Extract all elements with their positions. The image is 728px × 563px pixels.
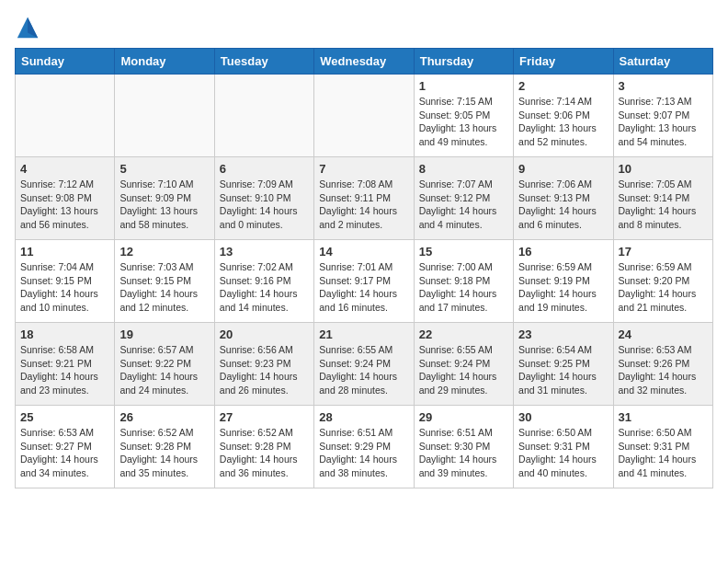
calendar-day-empty — [314, 75, 414, 157]
calendar-day-4: 4Sunrise: 7:12 AM Sunset: 9:08 PM Daylig… — [16, 157, 115, 240]
day-number: 24 — [619, 327, 708, 341]
calendar-day-11: 11Sunrise: 7:04 AM Sunset: 9:15 PM Dayli… — [16, 240, 115, 323]
calendar-day-10: 10Sunrise: 7:05 AM Sunset: 9:14 PM Dayli… — [613, 157, 712, 240]
calendar-day-20: 20Sunrise: 6:56 AM Sunset: 9:23 PM Dayli… — [214, 323, 313, 406]
calendar-day-23: 23Sunrise: 6:54 AM Sunset: 9:25 PM Dayli… — [514, 323, 613, 406]
day-number: 20 — [220, 327, 309, 341]
day-number: 1 — [419, 79, 508, 93]
day-number: 28 — [319, 410, 408, 424]
day-number: 31 — [619, 410, 708, 424]
day-info: Sunrise: 6:57 AM Sunset: 9:22 PM Dayligh… — [119, 343, 209, 397]
day-info: Sunrise: 6:59 AM Sunset: 9:19 PM Dayligh… — [518, 260, 608, 315]
calendar-day-1: 1Sunrise: 7:15 AM Sunset: 9:05 PM Daylig… — [414, 75, 513, 157]
day-header-monday: Monday — [115, 49, 214, 75]
day-number: 18 — [20, 327, 109, 341]
day-number: 11 — [20, 245, 109, 259]
day-number: 27 — [220, 410, 309, 424]
day-number: 12 — [119, 245, 209, 259]
calendar-day-14: 14Sunrise: 7:01 AM Sunset: 9:17 PM Dayli… — [314, 240, 414, 323]
day-number: 10 — [619, 162, 708, 176]
calendar-day-empty — [115, 75, 214, 157]
day-number: 7 — [319, 162, 408, 176]
day-info: Sunrise: 6:52 AM Sunset: 9:28 PM Dayligh… — [119, 426, 209, 480]
calendar-day-25: 25Sunrise: 6:53 AM Sunset: 9:27 PM Dayli… — [16, 406, 115, 488]
calendar-day-6: 6Sunrise: 7:09 AM Sunset: 9:10 PM Daylig… — [214, 157, 313, 240]
day-info: Sunrise: 6:53 AM Sunset: 9:26 PM Dayligh… — [619, 343, 708, 397]
day-number: 17 — [619, 245, 708, 259]
day-number: 15 — [419, 245, 508, 259]
day-info: Sunrise: 7:06 AM Sunset: 9:13 PM Dayligh… — [518, 178, 608, 232]
day-number: 30 — [518, 410, 608, 424]
day-info: Sunrise: 7:04 AM Sunset: 9:15 PM Dayligh… — [20, 260, 109, 315]
day-number: 2 — [518, 79, 608, 93]
day-info: Sunrise: 6:51 AM Sunset: 9:30 PM Dayligh… — [419, 426, 508, 480]
calendar-day-9: 9Sunrise: 7:06 AM Sunset: 9:13 PM Daylig… — [514, 157, 613, 240]
day-info: Sunrise: 6:51 AM Sunset: 9:29 PM Dayligh… — [319, 426, 408, 480]
day-header-thursday: Thursday — [414, 49, 513, 75]
calendar-day-3: 3Sunrise: 7:13 AM Sunset: 9:07 PM Daylig… — [613, 75, 712, 157]
calendar-week-4: 18Sunrise: 6:58 AM Sunset: 9:21 PM Dayli… — [16, 323, 713, 406]
day-info: Sunrise: 6:56 AM Sunset: 9:23 PM Dayligh… — [220, 343, 309, 397]
day-info: Sunrise: 6:54 AM Sunset: 9:25 PM Dayligh… — [518, 343, 608, 397]
calendar-day-18: 18Sunrise: 6:58 AM Sunset: 9:21 PM Dayli… — [16, 323, 115, 406]
day-number: 23 — [518, 327, 608, 341]
calendar-day-empty — [16, 75, 115, 157]
day-info: Sunrise: 7:08 AM Sunset: 9:11 PM Dayligh… — [319, 178, 408, 232]
day-number: 25 — [20, 410, 109, 424]
day-info: Sunrise: 7:09 AM Sunset: 9:10 PM Dayligh… — [220, 178, 309, 232]
calendar-body: 1Sunrise: 7:15 AM Sunset: 9:05 PM Daylig… — [16, 75, 713, 488]
day-number: 8 — [419, 162, 508, 176]
calendar-day-2: 2Sunrise: 7:14 AM Sunset: 9:06 PM Daylig… — [514, 75, 613, 157]
day-number: 16 — [518, 245, 608, 259]
day-info: Sunrise: 7:02 AM Sunset: 9:16 PM Dayligh… — [220, 260, 309, 315]
calendar-day-22: 22Sunrise: 6:55 AM Sunset: 9:24 PM Dayli… — [414, 323, 513, 406]
day-info: Sunrise: 6:55 AM Sunset: 9:24 PM Dayligh… — [319, 343, 408, 397]
day-header-friday: Friday — [514, 49, 613, 75]
day-info: Sunrise: 7:07 AM Sunset: 9:12 PM Dayligh… — [419, 178, 508, 232]
calendar-table: SundayMondayTuesdayWednesdayThursdayFrid… — [15, 48, 713, 488]
calendar-day-27: 27Sunrise: 6:52 AM Sunset: 9:28 PM Dayli… — [214, 406, 313, 488]
day-header-wednesday: Wednesday — [314, 49, 414, 75]
page-header — [15, 15, 713, 40]
calendar-day-5: 5Sunrise: 7:10 AM Sunset: 9:09 PM Daylig… — [115, 157, 214, 240]
day-header-sunday: Sunday — [16, 49, 115, 75]
calendar-week-5: 25Sunrise: 6:53 AM Sunset: 9:27 PM Dayli… — [16, 406, 713, 488]
calendar-day-30: 30Sunrise: 6:50 AM Sunset: 9:31 PM Dayli… — [514, 406, 613, 488]
day-number: 22 — [419, 327, 508, 341]
day-info: Sunrise: 7:13 AM Sunset: 9:07 PM Dayligh… — [619, 95, 708, 149]
logo — [15, 15, 44, 40]
calendar-day-16: 16Sunrise: 6:59 AM Sunset: 9:19 PM Dayli… — [514, 240, 613, 323]
day-info: Sunrise: 7:05 AM Sunset: 9:14 PM Dayligh… — [619, 178, 708, 232]
day-number: 13 — [220, 245, 309, 259]
day-header-tuesday: Tuesday — [214, 49, 313, 75]
calendar-day-12: 12Sunrise: 7:03 AM Sunset: 9:15 PM Dayli… — [115, 240, 214, 323]
day-number: 6 — [220, 162, 309, 176]
calendar-day-21: 21Sunrise: 6:55 AM Sunset: 9:24 PM Dayli… — [314, 323, 414, 406]
header-row: SundayMondayTuesdayWednesdayThursdayFrid… — [16, 49, 713, 75]
logo-icon — [15, 15, 40, 40]
calendar-week-2: 4Sunrise: 7:12 AM Sunset: 9:08 PM Daylig… — [16, 157, 713, 240]
calendar-day-31: 31Sunrise: 6:50 AM Sunset: 9:31 PM Dayli… — [613, 406, 712, 488]
day-info: Sunrise: 6:58 AM Sunset: 9:21 PM Dayligh… — [20, 343, 109, 397]
day-info: Sunrise: 6:52 AM Sunset: 9:28 PM Dayligh… — [220, 426, 309, 480]
day-info: Sunrise: 6:53 AM Sunset: 9:27 PM Dayligh… — [20, 426, 109, 480]
day-info: Sunrise: 7:01 AM Sunset: 9:17 PM Dayligh… — [319, 260, 408, 315]
day-number: 9 — [518, 162, 608, 176]
day-info: Sunrise: 6:50 AM Sunset: 9:31 PM Dayligh… — [619, 426, 708, 480]
day-info: Sunrise: 6:55 AM Sunset: 9:24 PM Dayligh… — [419, 343, 508, 397]
calendar-day-7: 7Sunrise: 7:08 AM Sunset: 9:11 PM Daylig… — [314, 157, 414, 240]
day-number: 3 — [619, 79, 708, 93]
day-info: Sunrise: 7:14 AM Sunset: 9:06 PM Dayligh… — [518, 95, 608, 149]
day-info: Sunrise: 6:59 AM Sunset: 9:20 PM Dayligh… — [619, 260, 708, 315]
calendar-day-8: 8Sunrise: 7:07 AM Sunset: 9:12 PM Daylig… — [414, 157, 513, 240]
day-info: Sunrise: 7:12 AM Sunset: 9:08 PM Dayligh… — [20, 178, 109, 232]
calendar-day-24: 24Sunrise: 6:53 AM Sunset: 9:26 PM Dayli… — [613, 323, 712, 406]
day-number: 14 — [319, 245, 408, 259]
day-info: Sunrise: 7:10 AM Sunset: 9:09 PM Dayligh… — [119, 178, 209, 232]
calendar-week-3: 11Sunrise: 7:04 AM Sunset: 9:15 PM Dayli… — [16, 240, 713, 323]
calendar-header: SundayMondayTuesdayWednesdayThursdayFrid… — [16, 49, 713, 75]
day-info: Sunrise: 7:15 AM Sunset: 9:05 PM Dayligh… — [419, 95, 508, 149]
day-number: 4 — [20, 162, 109, 176]
calendar-day-13: 13Sunrise: 7:02 AM Sunset: 9:16 PM Dayli… — [214, 240, 313, 323]
calendar-week-1: 1Sunrise: 7:15 AM Sunset: 9:05 PM Daylig… — [16, 75, 713, 157]
